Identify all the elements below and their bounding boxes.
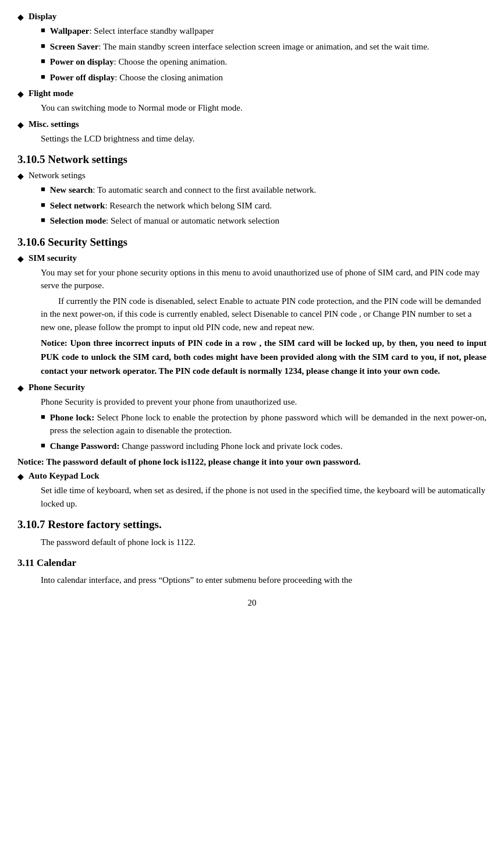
diamond-icon: ◆ (17, 89, 24, 99)
square-icon: ■ (41, 200, 45, 210)
diamond-icon: ◆ (17, 120, 24, 130)
network-settings-section: 3.10.5 Network settings ◆ Network seting… (17, 153, 487, 228)
power-off-text: Power off display: Choose the closing an… (50, 71, 223, 84)
flight-mode-text: You can switching mode to Normal mode or… (41, 101, 487, 115)
phone-lock-text: Phone lock: Select Phone lock to enable … (50, 411, 487, 437)
phone-security-intro: Phone Security is provided to prevent yo… (41, 395, 487, 409)
network-settings-heading: 3.10.5 Network settings (17, 153, 487, 166)
change-password-item: ■ Change Password: Change password inclu… (41, 440, 487, 453)
selection-mode-item: ■ Selection mode: Select of manual or au… (41, 214, 487, 228)
phone-security-title: Phone Security (29, 383, 85, 392)
page-content: ◆ Display ■ Wallpaper: Select interface … (17, 12, 487, 608)
power-on-text: Power on display: Choose the opening ani… (50, 55, 227, 69)
misc-settings-text: Settings the LCD brightness and time del… (41, 132, 487, 146)
misc-settings-section: ◆ Misc. settings Settings the LCD bright… (17, 119, 487, 146)
phone-lock-item: ■ Phone lock: Select Phone lock to enabl… (41, 411, 487, 437)
diamond-icon: ◆ (17, 254, 24, 264)
screen-saver-item: ■ Screen Saver: The main standby screen … (41, 40, 487, 54)
screen-saver-text: Screen Saver: The main standby screen in… (50, 40, 430, 54)
calendar-text: Into calendar interface, and press “Opti… (41, 574, 487, 587)
square-icon: ■ (41, 215, 45, 225)
auto-keypad-text: Set idle time of keyboard, when set as d… (41, 484, 487, 510)
square-icon: ■ (41, 441, 45, 450)
change-password-text: Change Password: Change password includi… (50, 440, 343, 453)
sim-security-para1: You may set for your phone security opti… (41, 266, 487, 292)
restore-factory-heading: 3.10.7 Restore factory settings. (17, 518, 487, 531)
new-search-text: New search: To automatic search and conn… (50, 183, 316, 197)
wallpaper-text: Wallpaper: Select interface standby wall… (50, 24, 214, 38)
network-setings-row: ◆ Network setings (17, 171, 487, 181)
network-setings-text: Network setings (29, 171, 86, 181)
misc-settings-title: Misc. settings (29, 119, 79, 129)
misc-settings-heading-row: ◆ Misc. settings (17, 119, 487, 130)
flight-mode-section: ◆ Flight mode You can switching mode to … (17, 89, 487, 115)
sim-security-heading-row: ◆ SIM security (17, 253, 487, 264)
page-number: 20 (17, 598, 487, 608)
diamond-icon: ◆ (17, 472, 24, 482)
square-icon: ■ (41, 72, 45, 82)
notice-password: Notice: The password default of phone lo… (17, 455, 487, 469)
phone-security-heading-row: ◆ Phone Security (17, 383, 487, 393)
sim-notice: Notice: Upon three incorrect inputs of P… (41, 336, 487, 378)
restore-factory-section: 3.10.7 Restore factory settings. The pas… (17, 518, 487, 549)
calendar-section: 3.11 Calendar Into calendar interface, a… (17, 557, 487, 587)
calendar-heading: 3.11 Calendar (17, 557, 487, 569)
display-title: Display (29, 12, 56, 22)
display-section: ◆ Display ■ Wallpaper: Select interface … (17, 12, 487, 84)
auto-keypad-heading-row: ◆ Auto Keypad Lock (17, 471, 487, 482)
auto-keypad-title: Auto Keypad Lock (29, 471, 100, 481)
square-icon: ■ (41, 412, 45, 422)
diamond-icon: ◆ (17, 383, 24, 393)
power-on-item: ■ Power on display: Choose the opening a… (41, 55, 487, 69)
restore-factory-text: The password default of phone lock is 11… (41, 536, 487, 549)
square-icon: ■ (41, 56, 45, 66)
sim-security-para2: If currently the PIN code is disenabled,… (41, 295, 487, 334)
square-icon: ■ (41, 26, 45, 35)
diamond-icon: ◆ (17, 171, 24, 181)
diamond-icon: ◆ (17, 12, 24, 22)
square-icon: ■ (41, 41, 45, 51)
select-network-text: Select network: Research the network whi… (50, 199, 272, 213)
square-icon: ■ (41, 185, 45, 194)
security-settings-section: 3.10.6 Security Settings ◆ SIM security … (17, 236, 487, 511)
sim-security-title: SIM security (29, 253, 77, 263)
selection-mode-text: Selection mode: Select of manual or auto… (50, 214, 279, 228)
power-off-item: ■ Power off display: Choose the closing … (41, 71, 487, 84)
display-heading-row: ◆ Display (17, 12, 487, 22)
select-network-item: ■ Select network: Research the network w… (41, 199, 487, 213)
flight-mode-heading-row: ◆ Flight mode (17, 89, 487, 99)
new-search-item: ■ New search: To automatic search and co… (41, 183, 487, 197)
flight-mode-title: Flight mode (29, 89, 73, 98)
wallpaper-item: ■ Wallpaper: Select interface standby wa… (41, 24, 487, 38)
security-settings-heading: 3.10.6 Security Settings (17, 236, 487, 249)
